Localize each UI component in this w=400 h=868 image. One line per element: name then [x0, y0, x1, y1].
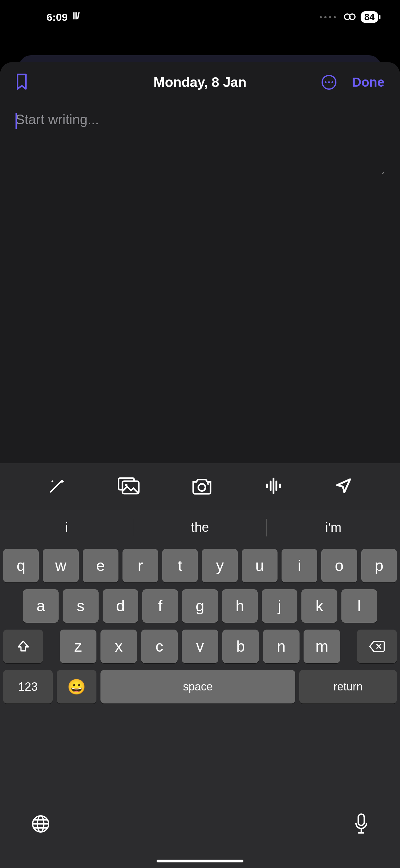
pagination-dots-icon [320, 16, 336, 18]
key-y[interactable]: y [202, 549, 237, 582]
key-l[interactable]: l [341, 589, 377, 623]
key-h[interactable]: h [222, 589, 258, 623]
key-n[interactable]: n [263, 629, 300, 663]
text-caret [15, 113, 17, 129]
suggestion-bar: i the i'm [0, 510, 400, 545]
key-d[interactable]: d [103, 589, 138, 623]
svg-point-9 [208, 483, 209, 484]
battery-indicator: 84 [361, 11, 378, 23]
svg-rect-2 [77, 12, 80, 19]
editor-toolbar [0, 463, 400, 510]
bookmark-icon[interactable] [15, 73, 28, 92]
key-b[interactable]: b [222, 629, 259, 663]
key-emoji[interactable]: 😀 [57, 670, 96, 704]
editor-input[interactable] [15, 112, 385, 174]
audio-wave-icon[interactable] [264, 477, 283, 496]
key-r[interactable]: r [123, 549, 158, 582]
suggestion-3[interactable]: i'm [267, 510, 400, 545]
svg-rect-20 [358, 814, 364, 825]
page-title: Monday, 8 Jan [154, 74, 246, 90]
key-numbers[interactable]: 123 [3, 670, 53, 704]
location-icon[interactable] [335, 477, 352, 496]
camera-icon[interactable] [192, 477, 212, 496]
key-g[interactable]: g [182, 589, 218, 623]
status-time: 6:09 [46, 11, 68, 23]
key-f[interactable]: f [142, 589, 178, 623]
link-icon [343, 11, 356, 23]
mic-icon[interactable] [354, 813, 369, 836]
editor-area[interactable] [0, 102, 400, 184]
svg-rect-1 [75, 12, 76, 20]
suggestion-1[interactable]: i [0, 510, 133, 545]
key-j[interactable]: j [262, 589, 297, 623]
suggestion-2[interactable]: the [133, 510, 267, 545]
done-button[interactable]: Done [352, 75, 385, 90]
key-shift[interactable] [3, 629, 43, 663]
key-s[interactable]: s [63, 589, 98, 623]
key-m[interactable]: m [304, 629, 340, 663]
key-o[interactable]: o [321, 549, 357, 582]
key-backspace[interactable] [357, 629, 397, 663]
key-i[interactable]: i [281, 549, 317, 582]
gallery-icon[interactable] [118, 477, 139, 496]
key-q[interactable]: q [3, 549, 39, 582]
key-c[interactable]: c [141, 629, 178, 663]
svg-point-8 [198, 484, 206, 491]
status-bar: 6:09 84 [0, 0, 400, 34]
key-p[interactable]: p [361, 549, 397, 582]
svg-rect-0 [73, 12, 74, 20]
key-k[interactable]: k [301, 589, 337, 623]
key-w[interactable]: w [43, 549, 78, 582]
magic-icon[interactable] [48, 477, 66, 496]
key-return[interactable]: return [299, 670, 397, 704]
library-icon [72, 10, 82, 24]
key-a[interactable]: a [23, 589, 59, 623]
key-t[interactable]: t [162, 549, 198, 582]
home-indicator[interactable] [157, 860, 243, 862]
key-z[interactable]: z [60, 629, 96, 663]
keyboard: i the i'm q w e r t y u i o p a s d f g … [0, 510, 400, 868]
nav-bar: Monday, 8 Jan Done [0, 62, 400, 102]
key-e[interactable]: e [83, 549, 119, 582]
more-button[interactable] [322, 75, 336, 90]
key-x[interactable]: x [100, 629, 137, 663]
key-space[interactable]: space [100, 670, 295, 704]
key-v[interactable]: v [182, 629, 218, 663]
key-u[interactable]: u [242, 549, 277, 582]
globe-icon[interactable] [31, 814, 50, 835]
